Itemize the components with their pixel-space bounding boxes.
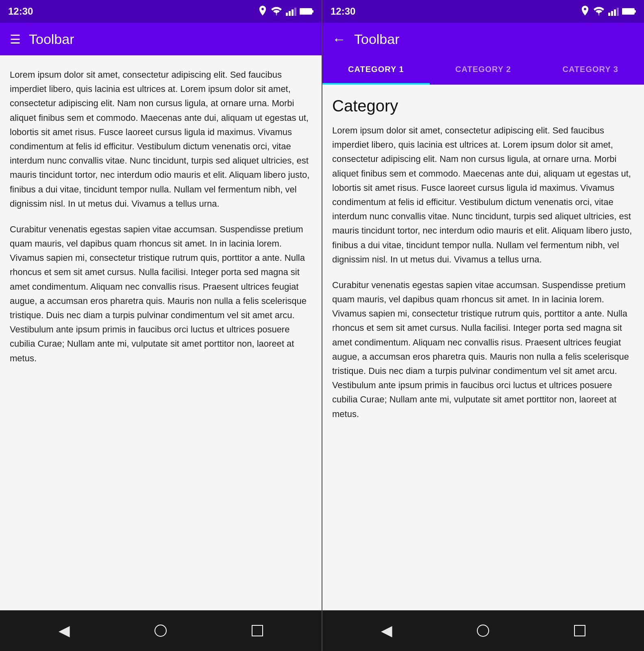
- svg-rect-11: [634, 10, 636, 13]
- content-paragraph-2-1: Lorem ipsum dolor sit amet, consectetur …: [332, 123, 634, 267]
- recent-button-1[interactable]: [252, 625, 263, 636]
- phone-1: 12:30 ☰ Toolbar Lorem ipsum dolor sit am…: [0, 0, 322, 651]
- tab-category-1[interactable]: CATEGORY 1: [322, 55, 430, 85]
- status-bar-1: 12:30: [0, 0, 322, 23]
- battery-icon: [300, 8, 313, 15]
- signal-icon-2: [608, 7, 619, 16]
- back-icon-toolbar[interactable]: ←: [332, 31, 346, 47]
- svg-rect-1: [289, 11, 291, 16]
- svg-rect-10: [622, 9, 634, 14]
- toolbar-2: ← Toolbar: [322, 23, 644, 55]
- svg-rect-9: [617, 8, 619, 16]
- svg-rect-6: [608, 13, 610, 16]
- svg-rect-2: [292, 9, 294, 16]
- time-2: 12:30: [331, 6, 355, 17]
- tabs-bar: CATEGORY 1 CATEGORY 2 CATEGORY 3: [322, 55, 644, 85]
- signal-icon: [286, 7, 296, 16]
- home-button-1[interactable]: [154, 625, 167, 637]
- toolbar-title-2: Toolbar: [354, 31, 400, 47]
- battery-icon-2: [622, 8, 636, 15]
- home-button-2[interactable]: [477, 625, 489, 637]
- status-bar-2: 12:30: [322, 0, 644, 23]
- svg-rect-3: [294, 8, 296, 16]
- content-paragraph-1-2: Curabitur venenatis egestas sapien vitae…: [10, 222, 312, 365]
- nav-bar-2: ◀: [322, 610, 644, 651]
- wifi-icon: [270, 7, 283, 16]
- content-area-1: Lorem ipsum dolor sit amet, consectetur …: [0, 55, 322, 610]
- phone-2: 12:30 ← Toolbar CATEGORY 1 CATEGORY 2 CA…: [322, 0, 644, 651]
- time-1: 12:30: [8, 6, 33, 17]
- back-button-2[interactable]: ◀: [381, 622, 392, 639]
- content-paragraph-2-2: Curabitur venenatis egestas sapien vitae…: [332, 278, 634, 421]
- svg-rect-8: [614, 9, 616, 16]
- recent-button-2[interactable]: [574, 625, 585, 636]
- status-icons-2: [581, 6, 636, 17]
- content-area-2: Category Lorem ipsum dolor sit amet, con…: [322, 85, 644, 610]
- tab-category-2[interactable]: CATEGORY 2: [430, 55, 537, 85]
- status-icons-1: [258, 6, 313, 17]
- toolbar-1: ☰ Toolbar: [0, 23, 322, 55]
- nav-bar-1: ◀: [0, 610, 322, 651]
- tab-category-3[interactable]: CATEGORY 3: [537, 55, 644, 85]
- svg-rect-7: [611, 11, 613, 16]
- svg-rect-5: [312, 10, 313, 13]
- svg-rect-4: [300, 9, 312, 14]
- back-button-1[interactable]: ◀: [59, 622, 70, 639]
- svg-rect-0: [286, 13, 288, 16]
- toolbar-title-1: Toolbar: [29, 31, 74, 47]
- location-icon-2: [581, 6, 590, 17]
- menu-icon-1[interactable]: ☰: [10, 32, 21, 46]
- content-paragraph-1-1: Lorem ipsum dolor sit amet, consectetur …: [10, 68, 312, 211]
- wifi-icon-2: [593, 7, 605, 16]
- category-heading: Category: [332, 97, 634, 115]
- location-icon: [258, 6, 267, 17]
